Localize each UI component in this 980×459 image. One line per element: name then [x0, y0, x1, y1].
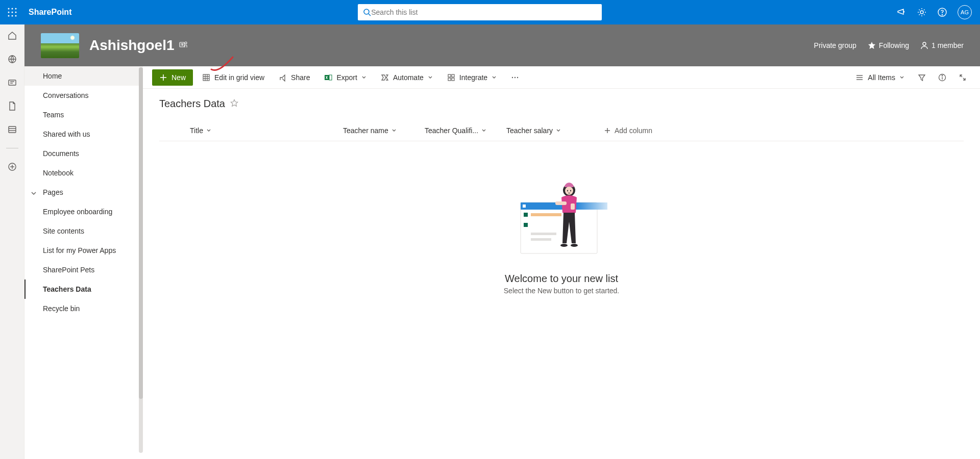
nav-notebook[interactable]: Notebook — [24, 163, 143, 183]
main-panel: New Edit in grid view Share Export — [143, 66, 980, 459]
integrate-icon — [447, 73, 455, 82]
svg-point-5 — [15, 12, 17, 13]
chevron-down-icon — [899, 75, 904, 80]
nav-home[interactable]: Home — [24, 66, 143, 86]
export-label: Export — [336, 73, 357, 82]
more-button[interactable] — [506, 69, 524, 86]
nav-sharepoint-pets[interactable]: SharePoint Pets — [24, 260, 143, 279]
view-selector[interactable]: All Items — [850, 69, 910, 86]
plus-circle-icon[interactable] — [7, 162, 17, 172]
col-title[interactable]: Title — [190, 126, 343, 135]
svg-rect-51 — [521, 202, 597, 253]
svg-rect-29 — [203, 74, 209, 81]
automate-button[interactable]: Automate — [376, 69, 438, 86]
svg-line-10 — [369, 14, 371, 16]
site-header: Ashishgoel1 Private group Following 1 me… — [24, 24, 980, 66]
site-logo[interactable] — [41, 33, 79, 58]
gear-icon[interactable] — [917, 7, 927, 17]
suite-bar: SharePoint AG — [0, 0, 980, 24]
svg-rect-65 — [571, 203, 575, 210]
nav-teams[interactable]: Teams — [24, 105, 143, 124]
filter-icon — [918, 73, 926, 82]
svg-rect-55 — [524, 213, 528, 217]
integrate-button[interactable]: Integrate — [442, 69, 502, 86]
col-teacher-name[interactable]: Teacher name — [343, 126, 425, 135]
leftnav-scrollbar[interactable] — [139, 67, 143, 453]
svg-point-40 — [512, 76, 513, 78]
automate-label: Automate — [393, 73, 424, 82]
svg-point-0 — [8, 8, 10, 10]
share-label: Share — [291, 73, 310, 82]
brand-label[interactable]: SharePoint — [24, 8, 71, 17]
svg-rect-35 — [329, 75, 332, 80]
list-icon[interactable] — [7, 124, 17, 135]
svg-rect-56 — [531, 213, 561, 216]
share-button[interactable]: Share — [274, 69, 315, 86]
column-headers: Title Teacher name Teacher Qualifi... — [159, 120, 964, 141]
file-icon[interactable] — [7, 101, 17, 111]
nav-site-contents[interactable]: Site contents — [24, 221, 143, 241]
col-teacher-qualification-label: Teacher Qualifi... — [425, 126, 478, 135]
teams-badge-icon[interactable] — [179, 40, 188, 51]
plus-icon — [159, 73, 167, 82]
site-title[interactable]: Ashishgoel1 — [89, 37, 174, 54]
chevron-down-icon — [31, 190, 37, 198]
svg-point-42 — [517, 76, 518, 78]
app-launcher[interactable] — [0, 7, 24, 17]
col-teacher-salary[interactable]: Teacher salary — [506, 126, 588, 135]
empty-state: Welcome to your new list Select the New … — [159, 141, 964, 295]
news-icon[interactable] — [7, 78, 17, 88]
members-button[interactable]: 1 member — [920, 41, 964, 49]
svg-point-61 — [565, 187, 573, 195]
chevron-down-icon — [391, 128, 397, 133]
col-teacher-qualification[interactable]: Teacher Qualifi... — [425, 126, 506, 135]
nav-employee-onboarding[interactable]: Employee onboarding — [24, 202, 143, 221]
command-bar: New Edit in grid view Share Export — [143, 66, 980, 89]
svg-point-8 — [15, 15, 17, 17]
svg-rect-39 — [452, 78, 454, 81]
home-icon[interactable] — [7, 31, 17, 41]
add-column-button[interactable]: Add column — [603, 126, 652, 135]
empty-heading: Welcome to your new list — [505, 273, 618, 285]
filter-button[interactable] — [914, 73, 930, 82]
help-icon[interactable] — [937, 7, 947, 17]
favorite-button[interactable] — [230, 99, 238, 109]
search-input[interactable] — [371, 8, 597, 16]
plus-icon — [603, 126, 611, 135]
expand-button[interactable] — [954, 73, 971, 82]
nav-recycle-bin[interactable]: Recycle bin — [24, 299, 143, 318]
following-button[interactable]: Following — [868, 41, 909, 49]
site-header-right: Private group Following 1 member — [814, 41, 964, 49]
globe-icon[interactable] — [7, 54, 17, 64]
list-area: Teachers Data Title Teacher name — [143, 89, 980, 459]
edit-grid-label: Edit in grid view — [214, 73, 264, 82]
chevron-down-icon — [361, 75, 366, 80]
new-button[interactable]: New — [152, 69, 193, 86]
svg-rect-18 — [9, 126, 16, 133]
nav-shared-with-us[interactable]: Shared with us — [24, 124, 143, 144]
svg-rect-54 — [577, 202, 607, 210]
avatar[interactable]: AG — [958, 5, 972, 19]
view-name-label: All Items — [868, 73, 895, 82]
members-label: 1 member — [932, 41, 964, 49]
edit-grid-button[interactable]: Edit in grid view — [197, 69, 270, 86]
list-title: Teachers Data — [159, 98, 225, 110]
expand-icon — [959, 73, 967, 82]
nav-list-power-apps[interactable]: List for my Power Apps — [24, 241, 143, 260]
nav-pages[interactable]: Pages — [24, 183, 143, 202]
nav-conversations[interactable]: Conversations — [24, 86, 143, 105]
nav-documents[interactable]: Documents — [24, 144, 143, 163]
svg-point-2 — [15, 8, 17, 10]
add-column-label: Add column — [615, 126, 652, 135]
rail-divider — [6, 148, 18, 148]
info-button[interactable] — [934, 73, 950, 82]
export-button[interactable]: Export — [319, 69, 371, 86]
megaphone-icon[interactable] — [896, 7, 906, 17]
col-title-label: Title — [190, 126, 203, 135]
left-nav: Home Conversations Teams Shared with us … — [24, 66, 143, 459]
chevron-down-icon — [206, 128, 211, 133]
integrate-label: Integrate — [459, 73, 487, 82]
search-box[interactable] — [358, 4, 602, 20]
nav-teachers-data[interactable]: Teachers Data — [24, 279, 143, 299]
svg-point-41 — [514, 76, 516, 78]
